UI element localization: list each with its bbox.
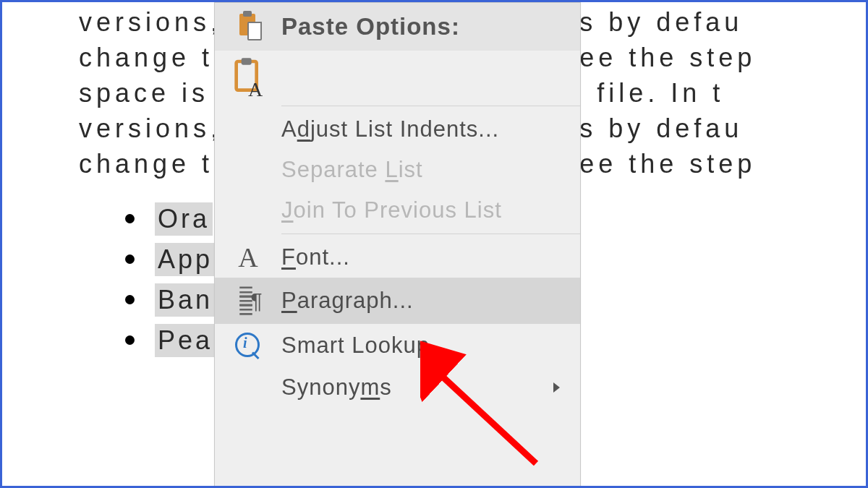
menu-label: Smart Lookup: [281, 333, 566, 359]
menu-separator: [281, 106, 580, 106]
paste-keep-text-only[interactable]: A: [215, 51, 580, 103]
clipboard-icon: [215, 9, 281, 44]
font-menu-item[interactable]: A Font...: [215, 237, 580, 278]
svg-rect-4: [242, 58, 252, 64]
separate-list-menu-item: Separate List: [215, 150, 580, 190]
synonyms-menu-item[interactable]: Synonyms: [215, 367, 580, 408]
menu-label: Font...: [281, 244, 566, 270]
paragraph-menu-item[interactable]: ≡≡≡¶ Paragraph...: [215, 278, 580, 324]
menu-label: Join To Previous List: [281, 197, 566, 223]
adjust-list-indents-menu-item[interactable]: Adjust List Indents...: [215, 109, 580, 150]
smart-lookup-menu-item[interactable]: i Smart Lookup: [215, 324, 580, 367]
menu-label: Synonyms: [281, 374, 553, 401]
smart-lookup-icon: i: [215, 331, 281, 360]
font-icon: A: [215, 241, 281, 273]
svg-rect-1: [243, 11, 252, 17]
submenu-arrow-icon: [553, 382, 560, 393]
context-menu: Paste Options: A Adjust List Indents... …: [214, 2, 581, 488]
paste-options-label: Paste Options:: [281, 13, 566, 40]
clipboard-keep-text-icon: A: [215, 56, 281, 97]
join-to-previous-list-menu-item: Join To Previous List: [215, 190, 580, 231]
menu-label: Paragraph...: [281, 288, 566, 314]
menu-label: Separate List: [281, 157, 566, 183]
menu-label: Adjust List Indents...: [281, 116, 566, 142]
menu-separator: [281, 234, 580, 234]
paste-options-header: Paste Options:: [215, 3, 580, 51]
svg-rect-2: [248, 22, 261, 40]
paragraph-icon: ≡≡≡¶: [215, 288, 281, 314]
